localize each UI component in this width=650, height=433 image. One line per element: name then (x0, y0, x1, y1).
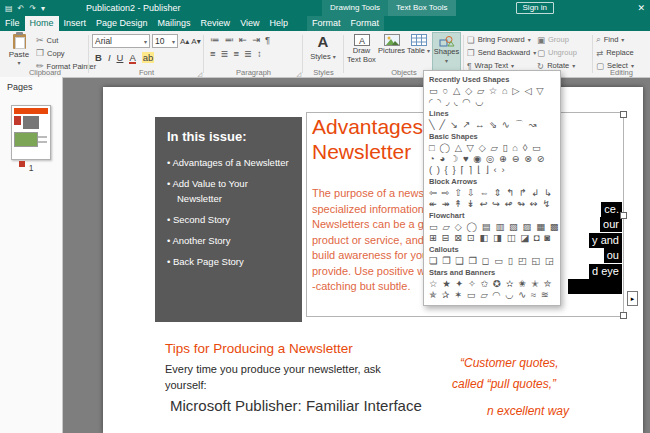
issue-text-box[interactable]: In this issue: • Advantages of a Newslet… (155, 117, 302, 322)
qat-icon[interactable]: ↷ (29, 4, 36, 13)
pages-panel: Pages 1 (0, 77, 63, 433)
issue-bullet: • Back Page Story (167, 255, 290, 269)
pages-panel-title: Pages (0, 77, 62, 92)
text-overflow-indicator[interactable]: ▸ (627, 291, 638, 306)
caption-text: Microsoft Publisher: Familiar Interface (170, 397, 422, 414)
thumbnail-block (14, 116, 21, 125)
shape-row[interactable]: ☆ ★ ✦ ✧ ✩ ✪ ✫ ✬ ✭ ✮ (424, 278, 560, 289)
shape-row[interactable]: ⊞ ⊟ ⊠ ⊡ ◧ ◨ ◫ ◪ ◘ ◙ (424, 232, 560, 243)
shape-row[interactable]: ▭ ▱ ◇ ◯ ▤ ▥ ▧ ▨ ▦ ▩ (424, 221, 560, 232)
bold-button[interactable]: B (95, 52, 102, 63)
tab-format[interactable]: Format (346, 16, 385, 31)
font-name-select[interactable]: Arial ▾ (92, 34, 150, 48)
publisher-window: ▤↶↷▾ Publication2 - Publisher Drawing To… (0, 0, 650, 433)
paragraph-icon-2[interactable]: ⇤ (239, 34, 247, 45)
qat-icon[interactable]: ↶ (18, 4, 25, 13)
paragraph-row-2: ≡≣≡≣↕ (205, 45, 302, 59)
page-number: 1 (0, 163, 62, 173)
qat-icon[interactable]: ▤ (5, 4, 13, 13)
shape-row[interactable]: □ ◯ △ ▽ ◇ ▱ ▯ ⌂ ◊ ▭ (424, 142, 560, 153)
tab-format[interactable]: Format (307, 16, 346, 31)
tips-paragraph[interactable]: Every time you produce your newsletter, … (165, 361, 381, 393)
paragraph-icon-4[interactable]: ¶ (265, 34, 270, 45)
shape-row[interactable]: ↞ ↠ ↟ ↡ ↩ ↪ ↫ ↬ ↭ ↯ (424, 198, 560, 209)
find-button[interactable]: ⌕Find▾ (596, 34, 634, 45)
tab-home[interactable]: Home (25, 16, 59, 31)
shape-row[interactable]: ▭ ○ △ ◇ ▱ ☆ ⌂ ▷ ◁ ▽ (424, 85, 560, 96)
alignment-icon-0[interactable]: ≡ (210, 48, 216, 59)
drawing-tools-header[interactable]: Drawing Tools (322, 0, 388, 16)
dialog-launcher-icon[interactable]: ◿ (296, 70, 301, 77)
thumbnail-banner (14, 108, 48, 114)
shapes-section-title: Lines (424, 107, 560, 119)
selection-border-right (623, 112, 624, 317)
shape-row[interactable]: ╲ ╱ ↘ ↗ ↔ ⇘ ∿ ⌒ ↝ (424, 119, 560, 130)
send-backward-button[interactable]: ❐Send Backward▾ (467, 47, 536, 58)
issue-bullet: • Another Story (167, 234, 290, 248)
alignment-icon-4[interactable]: ↕ (257, 48, 262, 59)
qat-icon[interactable]: ▾ (41, 4, 45, 13)
shrink-font-button[interactable]: A▾ (191, 37, 200, 46)
table-icon (411, 34, 427, 46)
underline-button[interactable]: U (117, 52, 124, 63)
shapes-section-title: Stars and Banners (424, 266, 560, 278)
shapes-section-title: Recently Used Shapes (424, 73, 560, 85)
shape-row[interactable]: ⇦ ⇨ ⇧ ⇩ ⇔ ⇕ ↰ ↱ ↲ ↳ (424, 187, 560, 198)
replace-button[interactable]: ⇄Replace (596, 47, 634, 58)
tab-help[interactable]: Help (264, 16, 293, 31)
shape-row[interactable]: ( ) { } ⌈ ⌉ ⌊ ⌋ ‹ › (424, 164, 560, 175)
paste-icon (13, 34, 26, 49)
shape-row[interactable]: ❏ ❐ ❑ ❒ ◻ ▭ ▯ ◰ ◱ ◲ (424, 255, 560, 266)
send-backward-icon: ❐ (467, 48, 475, 58)
shape-row[interactable]: ✯ ✰ ✶ ▭ ▱ ◠ ◡ ∿ ≈ ≋ (424, 289, 560, 300)
page-thumbnail[interactable] (11, 105, 51, 160)
thumbnail-image (14, 132, 38, 147)
alignment-icon-1[interactable]: ≣ (221, 48, 229, 59)
draw-text-box-label: Draw Text Box (347, 46, 376, 64)
grow-font-button[interactable]: A▴ (180, 37, 189, 46)
group-label-styles: Styles (304, 68, 343, 77)
tips-line-2: yourself: (165, 377, 381, 393)
shapes-section-title: Callouts (424, 243, 560, 255)
tips-heading[interactable]: Tips for Producing a Newsletter (165, 341, 353, 356)
paste-label: Paste (4, 50, 34, 59)
dialog-launcher-icon[interactable]: ◿ (197, 70, 202, 77)
pull-quote-line-2: called “pull quotes,” (452, 374, 559, 395)
pull-quote[interactable]: “Customer quotes, called “pull quotes,” (460, 353, 559, 395)
issue-heading: In this issue: (167, 129, 290, 144)
font-size-select[interactable]: 10 ▾ (152, 34, 178, 48)
close-icon[interactable]: ✕ (637, 0, 645, 16)
tab-file[interactable]: File (0, 16, 25, 31)
shape-row[interactable]: ◔ ◕ ☽ ♥ ◉ ◎ ⊕ ⊖ ⊗ ⊘ (424, 153, 560, 164)
bring-forward-button[interactable]: ❏Bring Forward▾ (467, 34, 536, 45)
tab-insert[interactable]: Insert (59, 16, 92, 31)
italic-button[interactable]: I (108, 52, 111, 63)
shape-row[interactable]: ◜ ◝ ◞ ◟ ◠ ◡ (424, 96, 560, 107)
shapes-section-title: Basic Shapes (424, 130, 560, 142)
highlight-button[interactable]: ab (142, 52, 155, 63)
text-box-tools-header[interactable]: Text Box Tools (388, 0, 455, 16)
tab-mailings[interactable]: Mailings (153, 16, 196, 31)
sign-in-button[interactable]: Sign in (516, 2, 554, 14)
alignment-icon-3[interactable]: ≣ (244, 48, 252, 59)
alignment-icon-2[interactable]: ≡ (234, 48, 240, 59)
paragraph-row-1: ≔≕⇤⇥¶ (205, 31, 302, 45)
font-color-button[interactable]: A (129, 53, 135, 64)
paragraph-icon-3[interactable]: ⇥ (252, 34, 260, 45)
cut-icon: ✂ (36, 35, 44, 45)
tab-view[interactable]: View (235, 16, 264, 31)
ribbon-group-clipboard: Paste ▾ ✂Cut❐Copy✏Format Painter Clipboa… (2, 31, 88, 77)
chevron-down-icon: ▾ (144, 38, 147, 45)
shapes-section-recently-used-shapes: Recently Used Shapes▭ ○ △ ◇ ▱ ☆ ⌂ ▷ ◁ ▽◜… (424, 73, 560, 107)
ungroup-icon: ▢ (537, 48, 545, 58)
pictures-label: Pictures (378, 46, 405, 55)
paragraph-icon-1[interactable]: ≕ (225, 34, 235, 45)
styles-icon: A (308, 32, 338, 52)
tab-review[interactable]: Review (196, 16, 236, 31)
tab-page-design[interactable]: Page Design (91, 16, 153, 31)
paragraph-icon-0[interactable]: ≔ (210, 34, 220, 45)
issue-bullets: • Advantages of a Newsletter• Add Value … (167, 156, 290, 270)
chevron-down-icon: ▾ (4, 59, 34, 66)
ribbon-tab-bar: FileHomeInsertPage DesignMailingsReviewV… (0, 16, 650, 31)
editing-buttons: ⌕Find▾⇄Replace▢Select▾ (596, 34, 634, 71)
